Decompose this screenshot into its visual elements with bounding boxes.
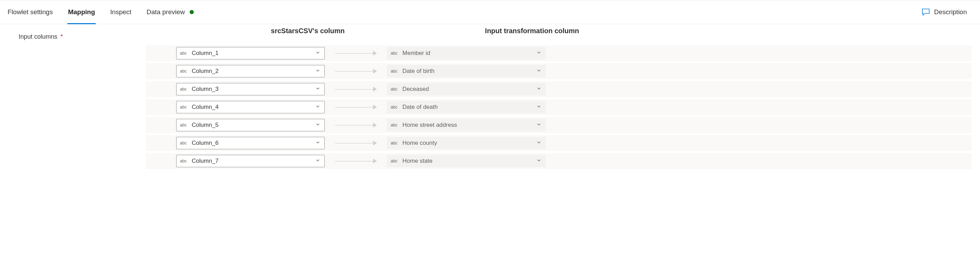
input-columns-text: Input columns [19, 33, 57, 40]
source-column-dropdown[interactable]: abcColumn_1 [176, 47, 325, 59]
target-column-dropdown[interactable]: abcMember id [387, 47, 546, 59]
type-tag-icon: abc [180, 87, 188, 92]
input-columns-label: Input columns * [0, 27, 63, 171]
chevron-down-icon [315, 121, 320, 129]
chevron-down-icon [315, 50, 320, 57]
tab-mapping[interactable]: Mapping [67, 0, 96, 24]
chevron-down-icon [315, 158, 320, 164]
mapping-row: abcColumn_4abcDate of death [146, 99, 972, 115]
tabs: Flowlet settings Mapping Inspect Data pr… [2, 0, 194, 24]
target-column-dropdown[interactable]: abcHome county [387, 137, 546, 149]
source-column-dropdown[interactable]: abcColumn_7 [176, 155, 325, 167]
chevron-down-icon [536, 50, 541, 57]
target-column-dropdown[interactable]: abcDeceased [387, 83, 546, 95]
type-tag-icon: abc [391, 87, 398, 92]
type-tag-icon: abc [180, 159, 188, 163]
tab-flowlet-settings[interactable]: Flowlet settings [7, 0, 54, 24]
mapping-column-headers: srcStarsCSV's column Input transformatio… [146, 27, 972, 35]
source-column-value: Column_4 [192, 104, 313, 110]
mapping-body: Input columns * srcStarsCSV's column Inp… [0, 24, 980, 171]
description-label: Description [934, 8, 967, 16]
source-column-value: Column_5 [192, 121, 313, 129]
description-link[interactable]: Description [922, 8, 967, 16]
target-column-dropdown[interactable]: abcDate of death [387, 101, 546, 113]
target-column-dropdown[interactable]: abcHome state [387, 155, 546, 167]
target-column-dropdown[interactable]: abcHome street address [387, 119, 546, 131]
target-column-header: Input transformation column [485, 27, 579, 35]
tab-label: Mapping [68, 8, 95, 16]
type-tag-icon: abc [180, 140, 188, 145]
type-tag-icon: abc [180, 69, 188, 73]
source-column-value: Column_6 [192, 140, 313, 147]
mapping-row: abcColumn_1abcMember id [146, 45, 972, 61]
source-column-header: srcStarsCSV's column [271, 27, 485, 35]
maps-to-arrow-icon [325, 159, 387, 163]
type-tag-icon: abc [391, 140, 398, 145]
source-column-dropdown[interactable]: abcColumn_5 [176, 119, 325, 131]
type-tag-icon: abc [391, 123, 398, 128]
status-dot-icon [189, 10, 194, 14]
chevron-down-icon [315, 86, 320, 93]
mapping-row: abcColumn_6abcHome county [146, 135, 972, 151]
source-column-value: Column_3 [192, 86, 313, 93]
type-tag-icon: abc [391, 51, 398, 56]
maps-to-arrow-icon [325, 69, 387, 73]
target-column-value: Home street address [402, 121, 534, 129]
tabbar: Flowlet settings Mapping Inspect Data pr… [0, 0, 980, 24]
mapping-rows: abcColumn_1abcMember idabcColumn_2abcDat… [146, 45, 972, 169]
tab-inspect[interactable]: Inspect [110, 0, 132, 24]
tab-data-preview[interactable]: Data preview [146, 0, 194, 24]
tab-label: Inspect [110, 8, 131, 16]
maps-to-arrow-icon [325, 87, 387, 92]
type-tag-icon: abc [391, 105, 398, 110]
tab-label: Data preview [146, 8, 185, 16]
chevron-down-icon [315, 68, 320, 75]
target-column-value: Deceased [402, 86, 534, 93]
chevron-down-icon [315, 140, 320, 147]
chevron-down-icon [536, 140, 541, 147]
type-tag-icon: abc [180, 123, 188, 128]
chevron-down-icon [536, 104, 541, 110]
target-column-value: Home county [402, 140, 534, 147]
maps-to-arrow-icon [325, 123, 387, 128]
mapping-row: abcColumn_5abcHome street address [146, 117, 972, 133]
target-column-value: Member id [402, 50, 534, 57]
mapping-row: abcColumn_3abcDeceased [146, 81, 972, 97]
type-tag-icon: abc [180, 51, 188, 56]
mapping-row: abcColumn_2abcDate of birth [146, 63, 972, 79]
source-column-value: Column_1 [192, 50, 313, 57]
chevron-down-icon [536, 158, 541, 164]
maps-to-arrow-icon [325, 140, 387, 145]
chevron-down-icon [536, 68, 541, 75]
target-column-dropdown[interactable]: abcDate of birth [387, 65, 546, 77]
target-column-value: Date of death [402, 104, 534, 110]
mapping-row: abcColumn_7abcHome state [146, 153, 972, 169]
source-column-value: Column_2 [192, 68, 313, 75]
tab-label: Flowlet settings [8, 8, 53, 16]
comment-icon [922, 8, 930, 16]
type-tag-icon: abc [180, 105, 188, 110]
mapping-area: srcStarsCSV's column Input transformatio… [146, 27, 980, 171]
maps-to-arrow-icon [325, 51, 387, 56]
type-tag-icon: abc [391, 69, 398, 73]
chevron-down-icon [315, 104, 320, 110]
type-tag-icon: abc [391, 159, 398, 163]
source-column-dropdown[interactable]: abcColumn_4 [176, 101, 325, 113]
source-column-dropdown[interactable]: abcColumn_6 [176, 137, 325, 149]
source-column-value: Column_7 [192, 158, 313, 164]
source-column-dropdown[interactable]: abcColumn_2 [176, 65, 325, 77]
source-column-dropdown[interactable]: abcColumn_3 [176, 83, 325, 95]
required-asterisk: * [60, 33, 63, 40]
chevron-down-icon [536, 86, 541, 93]
maps-to-arrow-icon [325, 105, 387, 110]
target-column-value: Date of birth [402, 68, 534, 75]
target-column-value: Home state [402, 158, 534, 164]
chevron-down-icon [536, 121, 541, 129]
